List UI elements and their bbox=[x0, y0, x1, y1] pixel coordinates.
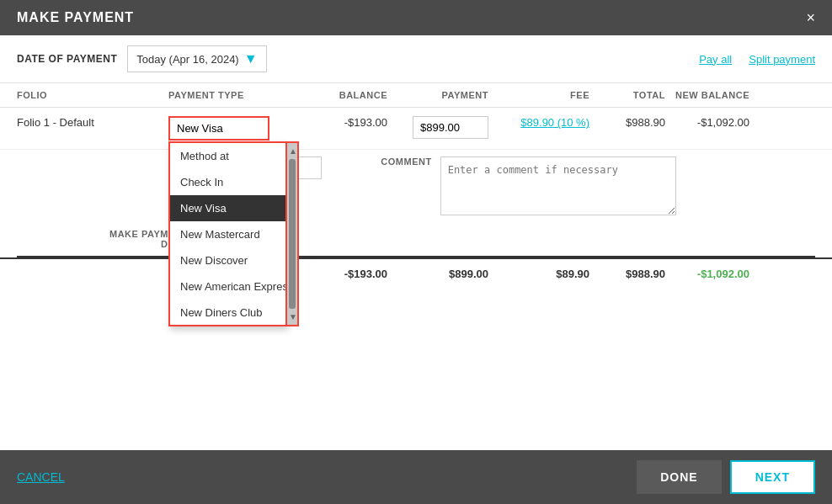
col-header-balance: BALANCE bbox=[303, 90, 387, 100]
date-label: DATE OF PAYMENT bbox=[17, 53, 117, 65]
totals-new-balance: -$1,092.00 bbox=[665, 268, 749, 280]
table-header: FOLIO PAYMENT TYPE BALANCE PAYMENT FEE T… bbox=[0, 83, 832, 108]
col-header-fee: FEE bbox=[488, 90, 589, 100]
payment-type-cell: Method at Check In New Visa New Masterca… bbox=[168, 116, 303, 141]
footer-right: DONE NEXT bbox=[637, 460, 815, 494]
cancel-button[interactable]: CANCEL bbox=[17, 470, 65, 484]
scroll-up-icon[interactable]: ▲ bbox=[287, 145, 297, 157]
totals-fee: $89.90 bbox=[488, 268, 589, 280]
comment-section: COMMENT bbox=[381, 157, 675, 215]
col-header-folio: FOLIO bbox=[17, 90, 168, 100]
modal-footer: CANCEL DONE NEXT bbox=[0, 450, 832, 504]
table-row: Folio 1 - Default Method at Check In New… bbox=[0, 108, 832, 150]
date-section: DATE OF PAYMENT Today (Apr 16, 2024) ▼ bbox=[17, 45, 267, 72]
new-balance-cell: -$1,092.00 bbox=[665, 116, 749, 129]
date-arrow-icon: ▼ bbox=[244, 51, 258, 66]
total-cell: $988.90 bbox=[589, 116, 665, 129]
payment-type-dropdown: Method at Check In New Visa New Masterca… bbox=[168, 141, 299, 326]
modal-title: MAKE PAYMENT bbox=[17, 10, 134, 25]
col-header-total: TOTAL bbox=[589, 90, 665, 100]
deposit-row: MAKE PAYMENT ASDEPOSIT bbox=[0, 222, 832, 256]
totals-payment: $899.00 bbox=[387, 268, 488, 280]
payment-input[interactable] bbox=[413, 116, 488, 139]
totals-balance: -$193.00 bbox=[303, 268, 387, 280]
pay-all-button[interactable]: Pay all bbox=[699, 53, 732, 66]
date-value: Today (Apr 16, 2024) bbox=[136, 53, 238, 66]
dropdown-item-diners[interactable]: New Diners Club bbox=[170, 300, 285, 326]
date-input[interactable]: Today (Apr 16, 2024) ▼ bbox=[127, 45, 266, 72]
split-payment-button[interactable]: Split payment bbox=[749, 53, 815, 66]
folio-cell: Folio 1 - Default bbox=[17, 116, 168, 129]
payment-cell bbox=[387, 116, 488, 139]
make-payment-modal: MAKE PAYMENT × DATE OF PAYMENT Today (Ap… bbox=[0, 0, 832, 504]
col-header-payment: PAYMENT bbox=[387, 90, 488, 100]
balance-cell: -$193.00 bbox=[303, 116, 387, 129]
next-button[interactable]: NEXT bbox=[730, 460, 815, 494]
dropdown-list: Method at Check In New Visa New Masterca… bbox=[168, 141, 287, 326]
close-button[interactable]: × bbox=[806, 10, 815, 25]
comment-textarea[interactable] bbox=[440, 157, 676, 215]
modal-header: MAKE PAYMENT × bbox=[0, 0, 832, 35]
dropdown-item-method[interactable]: Method at bbox=[170, 143, 285, 169]
dropdown-item-mastercard[interactable]: New Mastercard bbox=[170, 221, 285, 247]
done-button[interactable]: DONE bbox=[637, 460, 721, 494]
dropdown-item-discover[interactable]: New Discover bbox=[170, 247, 285, 273]
top-actions: Pay all Split payment bbox=[699, 53, 815, 66]
dropdown-item-jcb[interactable]: New JCB bbox=[170, 326, 285, 326]
fee-cell[interactable]: $89.90 (10 %) bbox=[488, 116, 589, 129]
dropdown-item-checkin[interactable]: Check In bbox=[170, 169, 285, 195]
totals-total: $988.90 bbox=[589, 268, 665, 280]
scroll-down-icon[interactable]: ▼ bbox=[287, 310, 297, 323]
col-header-payment-type: PAYMENT TYPE bbox=[168, 90, 303, 100]
ref-comment-row: REFERENCENO. COMMENT bbox=[0, 150, 832, 222]
col-header-new-balance: NEW BALANCE bbox=[665, 90, 749, 100]
comment-label: COMMENT bbox=[381, 157, 431, 167]
dropdown-item-amex[interactable]: New American Express bbox=[170, 273, 285, 300]
top-bar: DATE OF PAYMENT Today (Apr 16, 2024) ▼ P… bbox=[0, 35, 832, 83]
payment-type-input[interactable] bbox=[168, 116, 269, 141]
totals-row: -$193.00 $899.00 $89.90 $988.90 -$1,092.… bbox=[0, 257, 832, 289]
modal-body: DATE OF PAYMENT Today (Apr 16, 2024) ▼ P… bbox=[0, 35, 832, 450]
dropdown-item-visa[interactable]: New Visa bbox=[170, 195, 285, 221]
